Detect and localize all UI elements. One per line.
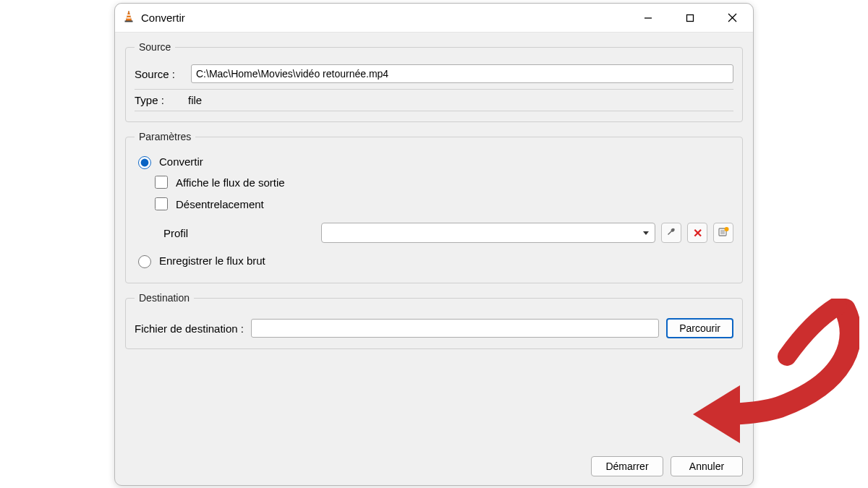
svg-rect-1	[127, 14, 130, 16]
destination-group: Destination Fichier de destination : Par…	[125, 292, 743, 349]
start-button[interactable]: Démarrer	[591, 456, 663, 476]
profile-label: Profil	[163, 227, 315, 239]
edit-profile-button[interactable]	[661, 223, 681, 243]
svg-point-13	[725, 227, 729, 231]
source-group: Source Source : Type : file	[125, 41, 743, 122]
vlc-cone-icon	[122, 10, 135, 25]
checkbox-show-output[interactable]: Affiche le flux de sortie	[152, 174, 733, 191]
checkbox-deinterlace-input[interactable]	[155, 197, 168, 210]
new-profile-icon	[718, 226, 729, 240]
radio-dump-raw-label: Enregistrer le flux brut	[159, 254, 265, 267]
destination-file-label: Fichier de destination :	[135, 322, 244, 335]
profile-dropdown[interactable]	[321, 223, 655, 243]
browse-button[interactable]: Parcourir	[666, 318, 733, 338]
minimize-button[interactable]	[627, 4, 669, 32]
close-button[interactable]	[711, 4, 753, 32]
titlebar[interactable]: Convertir	[115, 4, 753, 33]
chevron-down-icon	[642, 227, 650, 239]
destination-file-input[interactable]	[251, 319, 659, 338]
checkbox-deinterlace[interactable]: Désentrelacement	[152, 195, 733, 213]
maximize-button[interactable]	[669, 4, 711, 32]
source-type-value: file	[188, 94, 202, 106]
dialog-footer: Démarrer Annuler	[115, 450, 753, 485]
radio-dump-raw-input[interactable]	[138, 255, 151, 268]
delete-x-icon: ✕	[693, 226, 702, 240]
checkbox-deinterlace-label: Désentrelacement	[176, 198, 264, 210]
checkbox-show-output-label: Affiche le flux de sortie	[176, 176, 285, 189]
source-label: Source :	[135, 68, 184, 80]
radio-convert-input[interactable]	[138, 156, 151, 169]
source-legend: Source	[135, 41, 175, 53]
svg-marker-8	[643, 231, 649, 235]
svg-rect-2	[127, 17, 131, 19]
window-title: Convertir	[141, 12, 185, 24]
checkbox-show-output-input[interactable]	[155, 176, 168, 189]
convert-dialog-window: Convertir Source Source : Type : file	[114, 3, 754, 486]
new-profile-button[interactable]	[713, 223, 733, 243]
radio-convert-label: Convertir	[159, 155, 203, 168]
delete-profile-button[interactable]: ✕	[687, 223, 707, 243]
parameters-group: Paramètres Convertir Affiche le flux de …	[125, 131, 743, 283]
window-controls	[627, 4, 753, 32]
svg-rect-3	[125, 21, 133, 22]
radio-convert[interactable]: Convertir	[135, 154, 733, 169]
parameters-legend: Paramètres	[135, 131, 195, 142]
wrench-icon	[665, 226, 677, 240]
destination-legend: Destination	[135, 292, 194, 304]
cancel-button[interactable]: Annuler	[671, 456, 743, 476]
radio-dump-raw[interactable]: Enregistrer le flux brut	[135, 253, 733, 268]
source-type-label: Type :	[135, 94, 184, 106]
svg-rect-5	[687, 14, 694, 21]
svg-marker-0	[126, 11, 132, 21]
source-path-input[interactable]	[191, 64, 733, 83]
